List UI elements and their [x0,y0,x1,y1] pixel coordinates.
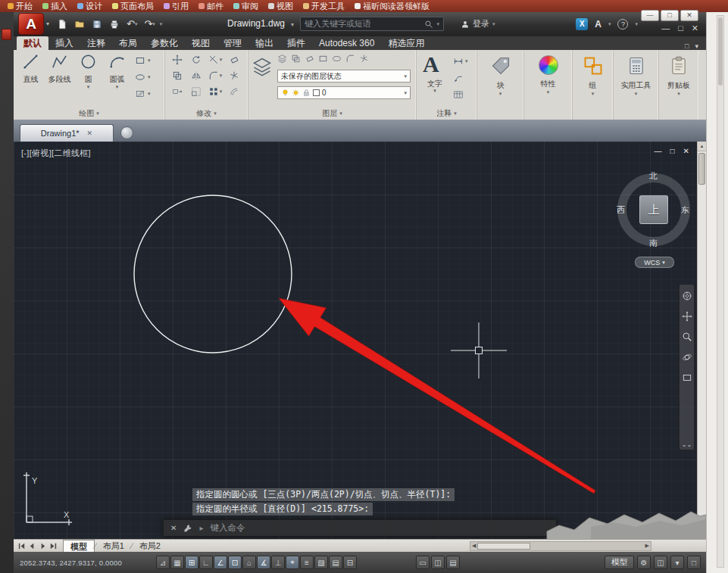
canvas-vertical-scrollbar[interactable]: ▲ ▼ [697,142,706,539]
viewport-controls[interactable]: [-][俯视][二维线框] [21,148,91,159]
ortho-toggle[interactable]: ∟ [199,556,213,569]
ribbon-tab-view[interactable]: 视图 [185,36,217,50]
workspace-gear-icon[interactable]: ⚙ [637,556,651,569]
ribbon-tab-home[interactable]: 默认 [17,36,48,50]
infer-constraints-toggle[interactable]: ⊿ [156,556,170,569]
previous-tab-icon[interactable] [28,542,36,550]
zoom-icon[interactable] [682,332,692,342]
first-tab-icon[interactable] [17,542,26,550]
panel-title-annotation[interactable]: 注释▾ [417,108,476,119]
layer-tool-icon[interactable] [332,54,342,64]
viewport-close-button[interactable]: ✕ [683,147,689,155]
sun-icon[interactable] [292,89,300,97]
bulb-on-icon[interactable] [281,89,289,97]
window-minimize-button[interactable]: — [661,23,670,33]
menu-item-foxit-reader[interactable]: 福昕阅读器领鲜版 [355,0,430,12]
chevron-down-icon[interactable]: ▾ [465,58,468,64]
menu-item-references[interactable]: 引用 [164,0,189,12]
chevron-down-icon[interactable]: ▾ [46,20,49,27]
command-line[interactable]: ✕ ▸ 键入命令 [163,519,557,537]
chevron-down-icon[interactable]: ▾ [148,58,151,64]
chevron-down-icon[interactable]: ▾ [436,21,439,27]
menu-item-insert[interactable]: 插入 [42,0,67,12]
lock-ui-icon[interactable]: ◫ [654,556,667,569]
quick-view-drawings-icon[interactable]: ◫ [431,556,445,569]
tool-ellipse[interactable]: ▾ [135,70,164,84]
viewport-minimize-button[interactable]: — [655,147,662,155]
window-minimize-button[interactable]: — [641,10,659,21]
tool-rectangle[interactable]: ▾ [135,54,164,67]
viewcube-north[interactable]: 北 [649,170,658,182]
save-button[interactable] [89,17,105,31]
layer-tool-icon[interactable] [345,54,355,64]
scroll-left-icon[interactable]: ◀ [472,543,476,549]
layer-tool-icon[interactable] [318,54,328,64]
chevron-down-icon[interactable]: ▾ [420,88,450,94]
ribbon-panel-utilities[interactable]: 实用工具 ▾ [614,50,659,120]
tool-rotate[interactable] [188,53,205,67]
ribbon-tab-plugins[interactable]: 插件 [280,36,312,50]
tool-offset[interactable] [226,85,242,98]
panel-title-layers[interactable]: 图层▾ [248,108,416,119]
tool-erase[interactable] [226,53,242,67]
viewcube-south[interactable]: 南 [649,238,658,249]
autodesk-menu-icon[interactable]: A [595,19,601,30]
full-navigation-wheel-icon[interactable] [682,291,692,301]
plot-button[interactable] [107,17,122,31]
scrollbar-thumb[interactable] [477,543,530,550]
polar-toggle[interactable]: ∠ [214,556,227,569]
lineweight-toggle[interactable]: ≡ [300,556,314,569]
navbar-more-chevrons-icon[interactable]: ⌄⌄ [682,443,692,447]
scroll-up-icon[interactable]: ▲ [698,142,706,151]
menu-item-start[interactable]: 开始 [8,0,33,12]
ribbon-tab-output[interactable]: 输出 [248,36,280,50]
layer-tool-icon[interactable] [305,54,314,64]
help-icon[interactable]: ? [617,19,628,30]
undo-button[interactable]: ↶▾ [124,17,139,31]
coordinates-readout[interactable]: 2052.3743, 2427.9317, 0.0000 [14,559,148,567]
annotation-scale-icon[interactable]: ▤ [446,556,460,569]
layer-properties-icon[interactable] [252,56,273,77]
showmotion-icon[interactable] [682,372,692,383]
quick-properties-toggle[interactable]: ▤ [329,556,342,569]
search-icon[interactable] [424,20,433,29]
model-space-toggle[interactable]: 模型 [605,556,634,569]
wcs-dropdown[interactable]: WCS ▾ [635,257,674,268]
outer-scrollbar[interactable] [717,15,724,568]
menu-item-developer[interactable]: 开发工具 [303,0,345,12]
tool-fillet[interactable]: ▾ [207,69,223,83]
chevron-down-icon[interactable]: ▾ [608,21,611,27]
snap-toggle[interactable]: ▦ [170,556,184,569]
osnap-toggle[interactable]: ⊡ [228,556,242,569]
status-menu-chevron-icon[interactable]: ▾ [670,556,684,569]
tool-circle[interactable]: 圆▾ [74,53,102,89]
ribbon-tab-a360[interactable]: Autodesk 360 [312,36,381,50]
tool-arc[interactable]: 圆弧▾ [103,53,131,89]
ribbon-tab-insert[interactable]: 插入 [48,36,80,50]
chevron-down-icon[interactable]: ▾ [220,89,223,95]
tool-scale[interactable] [188,85,205,98]
ribbon-tab-annotate[interactable]: 注释 [80,36,112,50]
menu-item-design[interactable]: 设计 [77,0,102,12]
new-drawing-tab-button[interactable] [120,126,133,139]
tool-hatch[interactable]: ▾ [135,87,164,101]
ribbon-minimize-icon[interactable]: □ [685,42,689,50]
tool-leader[interactable] [453,71,476,85]
chevron-down-icon[interactable]: ▾ [220,57,223,63]
window-close-button[interactable]: ✕ [692,23,698,33]
chevron-down-icon[interactable]: ▾ [695,42,698,50]
chevron-down-icon[interactable]: ▾ [135,21,138,27]
chevron-down-icon[interactable]: ▾ [220,73,223,79]
redo-button[interactable]: ↷▾ [142,17,157,31]
layer-state-dropdown[interactable]: 未保存的图层状态 ▾ [277,70,411,83]
tool-trim[interactable]: ▾ [207,53,223,67]
outer-scrollbar-thumb[interactable] [718,17,723,86]
tab-layout2[interactable]: 布局2 [133,540,167,552]
close-icon[interactable]: ✕ [87,129,93,137]
clean-screen-icon[interactable]: □ [687,556,701,569]
chevron-down-icon[interactable]: ▾ [148,74,151,80]
close-icon[interactable]: ✕ [170,524,177,532]
ribbon-panel-block[interactable]: 块 ▾ [477,50,524,120]
viewport-restore-button[interactable]: □ [670,147,675,155]
menu-item-page-layout[interactable]: 页面布局 [112,0,154,12]
